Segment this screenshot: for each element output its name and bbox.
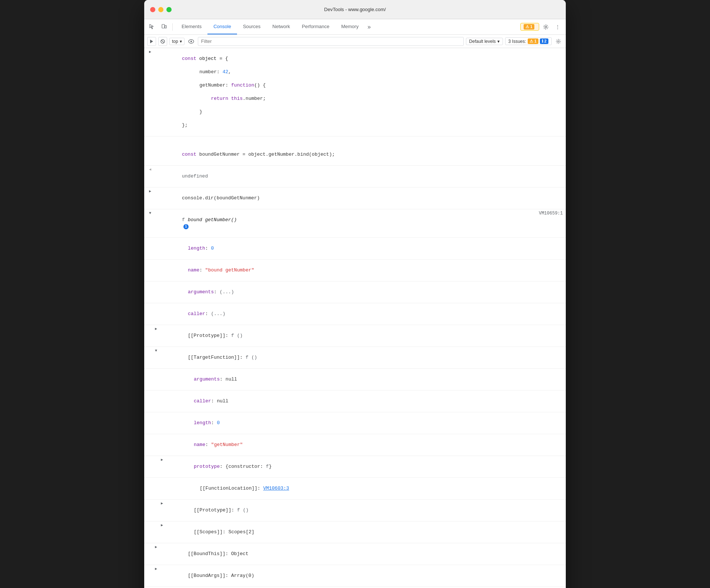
toolbar-divider xyxy=(172,23,173,31)
settings-button[interactable] xyxy=(541,22,551,32)
tab-console[interactable]: Console xyxy=(207,19,237,34)
titlebar: DevTools - www.google.com/ xyxy=(144,0,566,19)
issues-warn-badge: ⚠ 1 xyxy=(524,24,534,30)
default-levels-label: Default levels xyxy=(469,39,496,44)
window-title: DevTools - www.google.com/ xyxy=(324,7,386,12)
inner-prototype-text: [[Prototype]]: f () xyxy=(165,500,563,520)
svg-point-7 xyxy=(190,41,192,42)
console-entry: ▶ console.dir(boundGetNunmer) xyxy=(144,187,566,209)
inspect-element-button[interactable] xyxy=(147,22,158,32)
more-tabs-button[interactable]: » xyxy=(365,19,374,34)
prototype-row: ▶ [[Prototype]]: f () xyxy=(144,325,566,347)
devtools-body: Elements Console Sources Network Perform… xyxy=(144,19,566,588)
devtools-window: DevTools - www.google.com/ Elements xyxy=(144,0,566,588)
chevron-down-icon: ▾ xyxy=(180,39,182,44)
console-output: ▶ const object = { number: 42, getNumber… xyxy=(144,48,566,588)
blank-line xyxy=(144,136,566,144)
console-warn-badge: ⚠ 1 xyxy=(528,38,538,44)
fn-location-text: [[FunctionLocation]]: VM10603:3 xyxy=(171,479,563,499)
property-text: caller: (...) xyxy=(159,304,563,324)
property-text: length: 0 xyxy=(159,239,563,258)
property-text: length: 0 xyxy=(165,413,563,433)
traffic-lights xyxy=(150,7,172,12)
stop-button[interactable] xyxy=(158,37,167,46)
more-options-button[interactable]: ⋮ xyxy=(552,22,563,32)
expand-arrow[interactable]: ▶ xyxy=(159,500,165,507)
close-button[interactable] xyxy=(150,7,155,12)
collapse-arrow: ◀ xyxy=(147,166,153,173)
prototype-text: [[Prototype]]: f () xyxy=(159,326,563,346)
svg-rect-1 xyxy=(165,26,166,28)
tab-performance[interactable]: Performance xyxy=(296,19,335,34)
svg-line-5 xyxy=(162,40,164,43)
issues-count-text: 3 Issues: xyxy=(508,39,526,44)
console-settings-icon xyxy=(556,39,561,44)
bound-args-text: [[BoundArgs]]: Array(0) xyxy=(159,566,563,586)
svg-point-8 xyxy=(558,41,559,42)
svg-marker-3 xyxy=(150,40,153,43)
eye-icon xyxy=(188,39,194,44)
console-toolbar: top ▾ Default levels ▾ 3 Issues: ⚠ 1 ℹ 2 xyxy=(144,35,566,48)
eye-button[interactable] xyxy=(187,37,196,46)
property-text: caller: null xyxy=(165,391,563,411)
property-row: length: 0 xyxy=(144,238,566,260)
tab-elements[interactable]: Elements xyxy=(176,19,207,34)
expand-arrow[interactable]: ▶ xyxy=(153,544,159,551)
target-fn-text: [[TargetFunction]]: f () xyxy=(159,348,563,368)
run-script-icon xyxy=(149,39,154,44)
tab-network[interactable]: Network xyxy=(267,19,296,34)
object-entry: ▼ f bound getNumber() i VM10659:1 xyxy=(144,209,566,238)
minimize-button[interactable] xyxy=(158,7,163,12)
tab-memory[interactable]: Memory xyxy=(335,19,365,34)
toolbar-right: ⚠ 1 ⋮ xyxy=(520,22,563,32)
more-dots-icon: ⋮ xyxy=(555,24,560,30)
scopes-text: [[Scopes]]: Scopes[2] xyxy=(165,522,563,542)
tab-sources[interactable]: Sources xyxy=(237,19,267,34)
expand-arrow[interactable]: ▶ xyxy=(153,326,159,332)
console-issues-count[interactable]: 3 Issues: ⚠ 1 ℹ 2 xyxy=(505,37,552,45)
context-dropdown[interactable]: top ▾ xyxy=(169,38,185,45)
console-info-badge: ℹ 2 xyxy=(540,38,548,44)
expand-arrow[interactable]: ▶ xyxy=(147,49,153,55)
info-icon[interactable]: i xyxy=(183,224,189,229)
code-text: const object = { number: 42, getNumber: … xyxy=(153,49,563,135)
target-fn-row: ▼ [[TargetFunction]]: f () xyxy=(144,347,566,369)
maximize-button[interactable] xyxy=(166,7,172,12)
bound-this-row: ▶ [[BoundThis]]: Object xyxy=(144,543,566,565)
property-text: name: "getNumber" xyxy=(165,435,563,455)
expand-arrow[interactable]: ▶ xyxy=(159,522,165,529)
property-text: arguments: (...) xyxy=(159,282,563,302)
bound-args-row: ▶ [[BoundArgs]]: Array(0) xyxy=(144,565,566,587)
expand-arrow[interactable]: ▶ xyxy=(159,457,165,463)
code-text: console.dir(boundGetNunmer) xyxy=(153,188,563,208)
prototype-collapsed-row: ▶ prototype: {constructor: f} xyxy=(144,456,566,478)
levels-chevron-icon: ▾ xyxy=(497,39,500,44)
device-toggle-button[interactable] xyxy=(159,22,169,32)
expand-arrow[interactable]: ▶ xyxy=(147,188,153,195)
context-label: top xyxy=(172,39,178,44)
fn-location-link[interactable]: VM10603:3 xyxy=(263,486,289,491)
property-row: name: "getNumber" xyxy=(144,434,566,456)
default-levels-button[interactable]: Default levels ▾ xyxy=(466,38,503,45)
collapse-arrow[interactable]: ▼ xyxy=(153,348,159,354)
collapse-arrow[interactable]: ▼ xyxy=(147,210,153,217)
svg-point-2 xyxy=(545,26,547,28)
property-row: length: 0 xyxy=(144,412,566,434)
inner-prototype-row: ▶ [[Prototype]]: f () xyxy=(144,500,566,521)
inspect-icon xyxy=(149,24,155,30)
clear-console-button[interactable] xyxy=(147,37,156,46)
scopes-row: ▶ [[Scopes]]: Scopes[2] xyxy=(144,521,566,543)
stop-icon xyxy=(160,39,165,44)
property-row: arguments: (...) xyxy=(144,281,566,303)
property-row: caller: null xyxy=(144,391,566,412)
console-entry: const boundGetNunmer = object.getNumber.… xyxy=(144,144,566,166)
vm-ref: VM10659:1 xyxy=(533,210,563,217)
property-text: arguments: null xyxy=(165,369,563,389)
console-settings-button[interactable] xyxy=(554,37,563,46)
property-row: name: "bound getNumber" xyxy=(144,260,566,281)
expand-arrow[interactable]: ▶ xyxy=(153,566,159,572)
filter-input[interactable] xyxy=(198,37,464,46)
issues-badge[interactable]: ⚠ 1 xyxy=(520,23,539,31)
tab-navigation: Elements Console Sources Network Perform… xyxy=(176,19,374,34)
object-label: f bound getNumber() i xyxy=(153,210,533,237)
